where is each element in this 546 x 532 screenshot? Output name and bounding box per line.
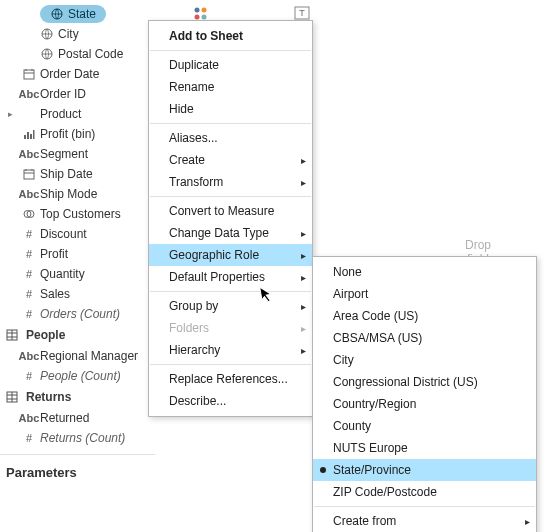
field-segment[interactable]: Abc Segment xyxy=(0,144,155,164)
field-label: Discount xyxy=(40,227,87,241)
field-context-menu: Add to Sheet Duplicate Rename Hide Alias… xyxy=(148,20,313,417)
svg-point-15 xyxy=(195,15,200,20)
svg-rect-5 xyxy=(27,132,29,139)
menu-hierarchy[interactable]: Hierarchy▸ xyxy=(149,339,312,361)
hash-icon: # xyxy=(22,369,36,383)
menu-describe[interactable]: Describe... xyxy=(149,390,312,412)
georole-none[interactable]: None xyxy=(313,261,536,283)
georole-create-from[interactable]: Create from▸ xyxy=(313,510,536,532)
table-icon xyxy=(6,328,20,342)
hash-icon: # xyxy=(22,267,36,281)
field-order-date[interactable]: Order Date xyxy=(0,64,155,84)
group-label: Returns xyxy=(26,390,71,404)
menu-default-properties[interactable]: Default Properties▸ xyxy=(149,266,312,288)
field-sales[interactable]: # Sales xyxy=(0,284,155,304)
field-label: Regional Manager xyxy=(40,349,138,363)
menu-rename[interactable]: Rename xyxy=(149,76,312,98)
hash-icon: # xyxy=(22,287,36,301)
menu-separator xyxy=(150,196,311,197)
field-returned[interactable]: Abc Returned xyxy=(0,408,155,428)
menu-hide[interactable]: Hide xyxy=(149,98,312,120)
menu-group-by[interactable]: Group by▸ xyxy=(149,295,312,317)
field-label: City xyxy=(58,27,79,41)
bin-icon xyxy=(22,127,36,141)
submenu-arrow-icon: ▸ xyxy=(301,301,306,312)
table-people-header[interactable]: People xyxy=(0,324,155,346)
field-label: Ship Date xyxy=(40,167,93,181)
submenu-arrow-icon: ▸ xyxy=(525,516,530,527)
field-label: Quantity xyxy=(40,267,85,281)
field-regional-manager[interactable]: Abc Regional Manager xyxy=(0,346,155,366)
georole-airport[interactable]: Airport xyxy=(313,283,536,305)
menu-add-to-sheet[interactable]: Add to Sheet xyxy=(149,25,312,47)
field-people-count[interactable]: # People (Count) xyxy=(0,366,155,386)
table-returns-header[interactable]: Returns xyxy=(0,386,155,408)
menu-create[interactable]: Create▸ xyxy=(149,149,312,171)
menu-separator xyxy=(150,123,311,124)
hash-icon: # xyxy=(22,307,36,321)
menu-separator xyxy=(314,506,535,507)
field-label: Profit xyxy=(40,247,68,261)
field-label: Order Date xyxy=(40,67,99,81)
blank-icon xyxy=(22,107,36,121)
georole-city[interactable]: City xyxy=(313,349,536,371)
submenu-arrow-icon: ▸ xyxy=(301,272,306,283)
georole-area-code[interactable]: Area Code (US) xyxy=(313,305,536,327)
field-label: Returns (Count) xyxy=(40,431,125,445)
field-ship-mode[interactable]: Abc Ship Mode xyxy=(0,184,155,204)
abc-icon: Abc xyxy=(22,87,36,101)
hash-icon: # xyxy=(22,431,36,445)
globe-icon xyxy=(40,47,54,61)
menu-geographic-role[interactable]: Geographic Role▸ xyxy=(149,244,312,266)
field-label: Orders (Count) xyxy=(40,307,120,321)
expand-icon[interactable]: ▸ xyxy=(8,109,18,119)
field-label: People (Count) xyxy=(40,369,121,383)
field-discount[interactable]: # Discount xyxy=(0,224,155,244)
abc-icon: Abc xyxy=(22,187,36,201)
svg-rect-6 xyxy=(30,134,32,139)
field-ship-date[interactable]: Ship Date xyxy=(0,164,155,184)
abc-icon: Abc xyxy=(22,147,36,161)
georole-nuts-europe[interactable]: NUTS Europe xyxy=(313,437,536,459)
georole-state-province[interactable]: State/Province xyxy=(313,459,536,481)
svg-rect-7 xyxy=(33,130,35,139)
svg-text:T: T xyxy=(299,8,305,18)
menu-separator xyxy=(150,364,311,365)
georole-congressional-district[interactable]: Congressional District (US) xyxy=(313,371,536,393)
field-top-customers[interactable]: Top Customers xyxy=(0,204,155,224)
globe-icon xyxy=(40,27,54,41)
submenu-arrow-icon: ▸ xyxy=(301,177,306,188)
field-product[interactable]: ▸ Product xyxy=(0,104,155,124)
menu-aliases[interactable]: Aliases... xyxy=(149,127,312,149)
menu-duplicate[interactable]: Duplicate xyxy=(149,54,312,76)
field-quantity[interactable]: # Quantity xyxy=(0,264,155,284)
field-label: State xyxy=(68,7,96,21)
set-icon xyxy=(22,207,36,221)
field-label: Top Customers xyxy=(40,207,121,221)
svg-rect-4 xyxy=(24,135,26,139)
field-postal-code[interactable]: Postal Code xyxy=(0,44,155,64)
calendar-icon xyxy=(22,167,36,181)
field-orders-count[interactable]: # Orders (Count) xyxy=(0,304,155,324)
field-profit-bin[interactable]: Profit (bin) xyxy=(0,124,155,144)
georole-county[interactable]: County xyxy=(313,415,536,437)
field-returns-count[interactable]: # Returns (Count) xyxy=(0,428,155,448)
menu-change-data-type[interactable]: Change Data Type▸ xyxy=(149,222,312,244)
table-icon xyxy=(6,390,20,404)
group-label: People xyxy=(26,328,65,342)
field-state[interactable]: State xyxy=(0,4,155,24)
georole-country-region[interactable]: Country/Region xyxy=(313,393,536,415)
georole-cbsa-msa[interactable]: CBSA/MSA (US) xyxy=(313,327,536,349)
fields-pane: State City Postal Code Order Date Abc Or… xyxy=(0,0,155,484)
abc-icon: Abc xyxy=(22,349,36,363)
menu-transform[interactable]: Transform▸ xyxy=(149,171,312,193)
geographic-role-submenu: None Airport Area Code (US) CBSA/MSA (US… xyxy=(312,256,537,532)
field-city[interactable]: City xyxy=(0,24,155,44)
georole-zip-postcode[interactable]: ZIP Code/Postcode xyxy=(313,481,536,503)
field-profit[interactable]: # Profit xyxy=(0,244,155,264)
parameters-header: Parameters xyxy=(0,454,155,484)
menu-convert-to-measure[interactable]: Convert to Measure xyxy=(149,200,312,222)
field-label: Postal Code xyxy=(58,47,123,61)
menu-replace-references[interactable]: Replace References... xyxy=(149,368,312,390)
field-order-id[interactable]: Abc Order ID xyxy=(0,84,155,104)
